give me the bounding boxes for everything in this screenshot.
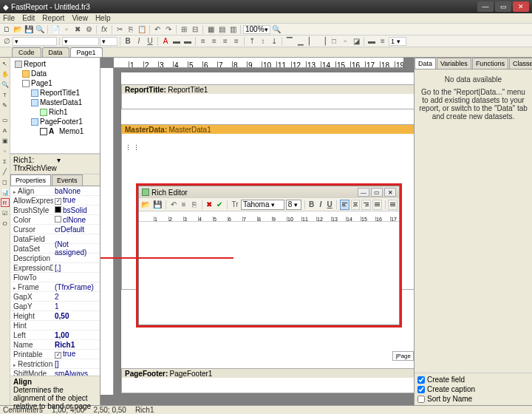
rich-undo-button[interactable]: ↶ [169, 200, 178, 210]
ungroup-button[interactable]: ⊟ [190, 24, 200, 35]
menu-report[interactable]: Report [42, 14, 64, 22]
property-grid[interactable]: AlignbaNoneAllowExpress✓trueBrushStylebs… [10, 186, 100, 376]
tab-properties[interactable]: Properties [10, 174, 51, 186]
property-row[interactable]: AllowExpress✓true [10, 196, 100, 206]
sort-by-name-checkbox[interactable]: Sort by Name [417, 394, 529, 404]
zoom-tool[interactable]: 🔍 [1, 80, 10, 89]
align-bottom-button[interactable]: ⤓ [269, 36, 279, 47]
tree-data[interactable]: Data [31, 69, 47, 78]
hand-tool[interactable]: ✋ [1, 69, 10, 78]
align-left-button[interactable]: ≡ [198, 36, 208, 47]
line-tool[interactable]: ╱ [1, 167, 10, 176]
picture-tool[interactable]: ▣ [1, 136, 10, 145]
rtab-classes[interactable]: Classes [509, 58, 532, 69]
report-tree[interactable]: Report Data Page1 ReportTitle1 MasterDat… [10, 58, 100, 154]
property-row[interactable]: Hint [10, 321, 100, 330]
object-selector[interactable]: Rich1: TfrxRichView▾ [10, 154, 100, 174]
align-middle-button[interactable]: ↕ [258, 36, 268, 47]
new-page-button[interactable]: 📄 [50, 24, 61, 35]
format-copy-tool[interactable]: ✎ [1, 101, 10, 109]
rich-bold-button[interactable]: B [308, 200, 316, 210]
rich-font-button[interactable]: Tr [231, 200, 239, 210]
fit-grid-button[interactable]: ▥ [228, 24, 238, 35]
memo-tool[interactable]: A [1, 126, 10, 135]
frame-all-button[interactable]: □ [329, 36, 339, 47]
property-row[interactable]: Height0,50 [10, 311, 100, 321]
tree-rich1[interactable]: Rich1 [49, 108, 68, 116]
menu-file[interactable]: File [3, 14, 15, 22]
property-row[interactable]: AlignbaNone [10, 186, 100, 196]
rich-italic-button[interactable]: I [317, 200, 324, 210]
font-combo[interactable]: ▾ [62, 37, 99, 46]
property-row[interactable]: NameRich1 [10, 340, 100, 350]
frame-left-button[interactable]: ▏ [307, 36, 317, 47]
nostyle-button[interactable]: ∅ [1, 36, 12, 47]
tree-report[interactable]: Report [24, 60, 46, 68]
rich-align-center-button[interactable] [351, 200, 361, 210]
align-right-button[interactable]: ≡ [220, 36, 231, 47]
menu-view[interactable]: View [72, 14, 88, 22]
cut-button[interactable]: ✂ [115, 24, 125, 35]
checkbox-tool[interactable]: ☑ [1, 208, 10, 217]
bold-button[interactable]: B [123, 36, 133, 47]
shape-tool[interactable]: ◻ [1, 177, 10, 186]
property-row[interactable]: ExpressionDe[,] [10, 263, 100, 273]
property-row[interactable]: Printable✓true [10, 350, 100, 359]
fill-color-button[interactable]: ▬ [183, 36, 193, 47]
pagefooter-band[interactable]: PageFooter: PageFooter1 [121, 368, 414, 393]
align-grid-button[interactable]: ▤ [216, 24, 227, 35]
open-button[interactable]: 📂 [13, 24, 23, 35]
property-row[interactable]: GapX2 [10, 292, 100, 302]
align-top-button[interactable]: ⤒ [247, 36, 257, 47]
dialog-minimize-button[interactable]: — [358, 188, 369, 197]
chart-tool[interactable]: 📊 [1, 188, 10, 197]
rich-font-combo[interactable]: Tahoma ▾ [241, 200, 284, 210]
zoom-combo[interactable]: 100% ▾ [243, 25, 270, 34]
highlight-button[interactable]: ▬ [171, 36, 182, 47]
tab-page1[interactable]: Page1 [70, 47, 103, 57]
style-combo[interactable]: ▾ [13, 37, 57, 46]
grid-button[interactable]: ▦ [205, 24, 216, 35]
property-row[interactable]: CursorcrDefault [10, 225, 100, 234]
align-justify-button[interactable]: ≡ [231, 36, 242, 47]
property-row[interactable]: Left1,00 [10, 330, 100, 340]
rich-underline-button[interactable]: U [326, 200, 333, 210]
italic-button[interactable]: I [134, 36, 144, 47]
property-row[interactable]: Restrictions[] [10, 359, 100, 369]
variables-button[interactable]: fx [99, 24, 109, 35]
rich-editor-titlebar[interactable]: Rich Editor — ▭ ✕ [139, 186, 399, 198]
maximize-button[interactable]: ▭ [495, 1, 511, 12]
underline-button[interactable]: U [145, 36, 155, 47]
frame-color-button[interactable]: ▬ [366, 36, 377, 47]
create-caption-checkbox[interactable]: Create caption [417, 384, 529, 394]
band-tool[interactable]: ▭ [1, 115, 10, 124]
tree-pagefooter[interactable]: PageFooter1 [40, 118, 83, 126]
menu-edit[interactable]: Edit [22, 14, 35, 22]
property-row[interactable]: ShiftModesmAlways [10, 369, 100, 376]
zoom-tool-button[interactable]: 🔍 [271, 24, 282, 35]
property-row[interactable]: Frame(TfrxFrame) [10, 282, 100, 292]
align-center-button[interactable]: ≡ [209, 36, 219, 47]
frame-top-button[interactable]: ▔ [284, 36, 295, 47]
delete-page-button[interactable]: ✖ [72, 24, 83, 35]
save-button[interactable]: 💾 [24, 24, 34, 35]
page-settings-button[interactable]: ⚙ [83, 24, 94, 35]
property-row[interactable]: GapY1 [10, 302, 100, 311]
sysmemo-tool[interactable]: Σ [1, 157, 10, 166]
rtab-functions[interactable]: Functions [472, 58, 508, 69]
close-button[interactable]: ✕ [513, 1, 529, 12]
paste-button[interactable]: 📋 [137, 24, 147, 35]
property-row[interactable]: FlowTo [10, 273, 100, 282]
text-tool[interactable]: T [1, 90, 10, 99]
frame-width-combo[interactable]: 1 ▾ [389, 37, 406, 46]
rich-align-right-button[interactable] [361, 200, 371, 210]
property-row[interactable]: BrushStylebsSolid [10, 206, 100, 215]
tab-data[interactable]: Data [42, 47, 69, 57]
tab-events[interactable]: Events [52, 174, 83, 186]
drag-handle[interactable]: ⋮⋮ [125, 144, 141, 152]
reporttitle-band[interactable]: ReportTitle: ReportTitle1 [121, 84, 414, 109]
font-color-button[interactable]: A [160, 36, 171, 47]
rich-open-button[interactable]: 📂 [140, 200, 151, 210]
frame-none-button[interactable]: ▫ [340, 36, 350, 47]
rich-tool[interactable]: R [1, 198, 10, 207]
